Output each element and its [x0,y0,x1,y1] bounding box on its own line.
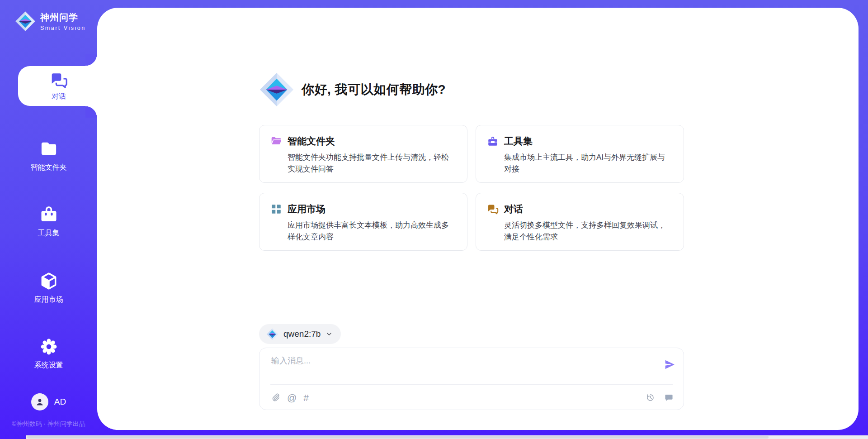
avatar [31,393,48,410]
sidebar-item-label: 智能文件夹 [31,163,67,172]
composer-tools-right [646,384,674,410]
copyright: ©神州数码 · 神州问学出品 [0,420,97,428]
card-title: 对话 [504,203,523,215]
card-title: 智能文件夹 [288,135,335,148]
conversation-button[interactable] [664,393,674,402]
sidebar-item-app-market[interactable]: 应用市场 [0,266,97,310]
sidebar-item-label: 对话 [52,92,66,101]
chevron-down-icon [326,330,333,338]
chat-icon [487,203,499,215]
user-initials: AD [54,397,66,407]
card-head: 对话 [487,203,673,215]
at-icon: @ [287,393,297,402]
user-avatar-icon [34,396,45,407]
attach-file-button[interactable] [271,393,280,402]
card-title: 应用市场 [288,203,326,215]
gear-icon [39,337,59,357]
folder-open-icon [270,135,282,147]
horizontal-scrollbar-thumb[interactable] [27,436,769,439]
horizontal-scrollbar[interactable] [26,435,868,439]
chat-bubble-icon [664,393,674,402]
brand-name: 神州问学 [40,11,86,24]
card-description: 灵活切换多模型文件，支持多样回复效果调试，满足个性化需求 [487,220,673,243]
hash-icon: # [303,393,309,402]
app-background: 神州问学 Smart Vision 对话 智能文件夹 [0,0,868,439]
toolbox-icon [487,135,499,147]
card-head: 智能文件夹 [270,135,456,148]
content-column: 你好, 我可以如何帮助你? 智能文件夹 智能文件夹功能支持批量文件上传与清洗，轻… [259,8,684,430]
toolbox-icon [39,205,59,224]
send-icon [664,358,676,371]
card-app-market[interactable]: 应用市场 应用市场提供丰富长文本模板，助力高效生成多样化文章内容 [259,193,467,251]
sidebar: 神州问学 Smart Vision 对话 智能文件夹 [0,0,97,439]
model-name: qwen2:7b [283,329,321,339]
sidebar-item-label: 工具集 [38,229,60,238]
brand-subtitle: Smart Vision [40,25,86,31]
active-tab-fillet-bottom [85,106,97,118]
history-button[interactable] [646,393,655,402]
sidebar-item-smart-folder[interactable]: 智能文件夹 [0,134,97,177]
main-panel: 你好, 我可以如何帮助你? 智能文件夹 智能文件夹功能支持批量文件上传与清洗，轻… [97,8,859,430]
card-head: 应用市场 [270,203,456,215]
sidebar-item-settings[interactable]: 系统设置 [0,332,97,375]
user-profile[interactable]: AD [0,393,97,410]
brand-text: 神州问学 Smart Vision [40,11,86,31]
message-input[interactable] [271,355,651,381]
card-description: 集成市场上主流工具，助力AI与外界无缝扩展与对接 [487,152,673,175]
composer-tools-left: @ # [271,384,309,410]
sidebar-item-chat[interactable]: 对话 [18,66,99,106]
sidebar-item-toolset[interactable]: 工具集 [0,200,97,243]
sidebar-item-label: 应用市场 [34,295,63,305]
brand: 神州问学 Smart Vision [15,11,86,32]
mention-button[interactable]: @ [287,393,297,402]
card-head: 工具集 [487,135,673,148]
send-button[interactable] [664,358,676,371]
paperclip-icon [271,393,280,402]
feature-cards: 智能文件夹 智能文件夹功能支持批量文件上传与清洗，轻松实现文件问答 [259,125,684,251]
model-selector[interactable]: qwen2:7b [259,324,341,344]
grid-icon [270,203,282,215]
diamond-logo-icon [266,328,278,340]
card-smart-folder[interactable]: 智能文件夹 智能文件夹功能支持批量文件上传与清洗，轻松实现文件问答 [259,125,467,183]
card-description: 智能文件夹功能支持批量文件上传与清洗，轻松实现文件问答 [270,152,456,175]
card-chat[interactable]: 对话 灵活切换多模型文件，支持多样回复效果调试，满足个性化需求 [476,193,684,251]
message-composer: @ # [259,348,684,410]
active-tab-fillet-top [85,54,97,66]
diamond-logo-icon [259,72,294,107]
greeting: 你好, 我可以如何帮助你? [259,72,446,107]
card-title: 工具集 [504,135,533,148]
brand-logo-icon [15,11,36,32]
composer-divider [270,384,673,385]
cube-icon [39,271,59,291]
chat-icon [50,71,68,89]
history-icon [646,393,655,402]
folder-icon [39,139,59,159]
card-description: 应用市场提供丰富长文本模板，助力高效生成多样化文章内容 [270,220,456,243]
card-toolset[interactable]: 工具集 集成市场上主流工具，助力AI与外界无缝扩展与对接 [476,125,684,183]
greeting-title: 你好, 我可以如何帮助你? [302,81,446,98]
topic-button[interactable]: # [303,393,309,402]
sidebar-item-label: 系统设置 [34,361,63,370]
